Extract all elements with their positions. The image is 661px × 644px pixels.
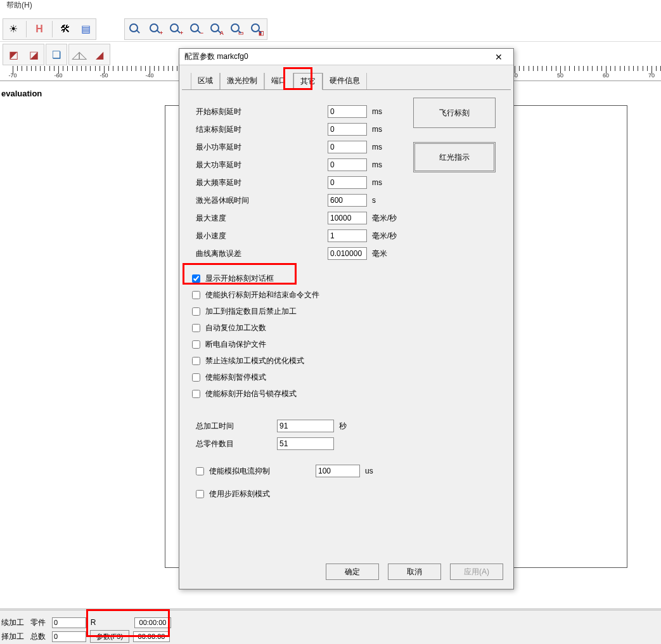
- param-input[interactable]: [328, 141, 367, 153]
- menu-bar: 帮助(H): [0, 0, 661, 13]
- bp-total-input[interactable]: [52, 631, 86, 642]
- sun-icon[interactable]: ☀: [4, 20, 22, 38]
- total-label: 总零件数目: [196, 439, 272, 449]
- param-input[interactable]: [328, 105, 367, 118]
- total-row-1: 总零件数目: [196, 435, 499, 453]
- bp-label-continue: 续加工: [1, 617, 27, 628]
- param-unit: ms: [372, 160, 410, 169]
- total-input[interactable]: [277, 437, 334, 450]
- total-input[interactable]: [277, 420, 334, 432]
- param-f3-button[interactable]: 参数(F3): [90, 630, 129, 643]
- cancel-button[interactable]: 取消: [388, 564, 441, 580]
- step-mode-checkbox[interactable]: [196, 490, 204, 498]
- param-unit: 毫米/秒: [372, 231, 410, 242]
- param-unit: ms: [372, 178, 410, 187]
- ruler-tick-label: -60: [54, 72, 62, 79]
- check-label: 使能标刻开始信号锁存模式: [205, 389, 297, 399]
- param-input[interactable]: [328, 212, 367, 224]
- check-5[interactable]: [192, 357, 200, 365]
- check-label: 断电自动保护文件: [205, 339, 266, 350]
- param-input[interactable]: [328, 176, 367, 189]
- red-light-button[interactable]: 红光指示: [413, 142, 496, 172]
- check-4[interactable]: [192, 340, 200, 349]
- fly-mark-button[interactable]: 飞行标刻: [413, 98, 496, 128]
- ruler-tick-label: 60: [603, 72, 609, 79]
- param-input[interactable]: [328, 194, 367, 207]
- h-icon[interactable]: H: [30, 20, 48, 38]
- param-label: 最小功率延时: [196, 142, 323, 153]
- bp-time1: [134, 617, 171, 628]
- param-row-5: 激光器休眠时间s: [196, 191, 499, 209]
- tab-1[interactable]: 激光控制: [220, 73, 264, 90]
- param-label: 最大频率延时: [196, 177, 323, 188]
- check-row-4: 断电自动保护文件: [192, 336, 499, 352]
- check-7[interactable]: [192, 390, 200, 398]
- bp-sub-total: 总数: [30, 631, 48, 642]
- bp-time2: [133, 631, 170, 642]
- close-icon[interactable]: ✕: [489, 51, 508, 63]
- tab-2[interactable]: 端口: [264, 73, 293, 90]
- layers-icon[interactable]: ❏: [48, 46, 65, 63]
- evaluation-label: evaluation: [1, 89, 42, 98]
- step-mode-label: 使用步距标刻模式: [209, 489, 270, 499]
- param-unit: ms: [372, 143, 410, 151]
- ruler-tick-label: 50: [557, 72, 563, 79]
- param-label: 最大速度: [196, 213, 323, 224]
- zoom-in-icon[interactable]: +: [146, 20, 164, 38]
- tab-3[interactable]: 其它: [293, 73, 323, 90]
- check-6[interactable]: [192, 373, 200, 382]
- check-label: 使能执行标刻开始和结束命令文件: [205, 290, 319, 300]
- param-input[interactable]: [328, 123, 367, 136]
- check-row-1: 使能执行标刻开始和结束命令文件: [192, 287, 499, 303]
- ok-button[interactable]: 确定: [326, 564, 379, 580]
- tab-0[interactable]: 区域: [191, 73, 220, 90]
- param-row-7: 最小速度毫米/秒: [196, 227, 499, 245]
- toolbar-group-mirror: ◿◺ ◢: [68, 44, 110, 65]
- check-1[interactable]: [192, 291, 200, 299]
- param-input[interactable]: [328, 158, 367, 171]
- dialog-tabstrip: 区域激光控制端口其它硬件信息: [179, 65, 513, 90]
- list-icon[interactable]: ▤: [77, 20, 94, 38]
- param-unit: 毫米: [372, 248, 410, 259]
- param-input[interactable]: [328, 247, 367, 260]
- select-none-icon[interactable]: ◪: [25, 46, 42, 63]
- check-3[interactable]: [192, 324, 200, 332]
- total-row-0: 总加工时间秒: [196, 417, 499, 435]
- ruler-tick-label: -70: [8, 72, 16, 79]
- mirror-h-icon[interactable]: ◿◺: [70, 46, 88, 63]
- sim-current-input[interactable]: [316, 465, 360, 477]
- bp-r-label: R: [90, 618, 96, 627]
- zoom-in2-icon[interactable]: +: [167, 20, 184, 38]
- check-0[interactable]: [192, 274, 200, 283]
- param-label: 曲线离散误差: [196, 248, 323, 259]
- tools-icon[interactable]: 🛠: [56, 20, 74, 38]
- select-all-icon[interactable]: ◩: [4, 46, 22, 63]
- ruler-tick-label: 70: [648, 72, 655, 79]
- zoom-out-icon[interactable]: −: [187, 20, 205, 38]
- check-row-2: 加工到指定数目后禁止加工: [192, 303, 499, 319]
- param-unit: ms: [372, 107, 410, 116]
- zoom-icon[interactable]: [126, 20, 144, 38]
- apply-button[interactable]: 应用(A): [450, 564, 503, 580]
- zoom-fit-icon[interactable]: ▭: [228, 20, 245, 38]
- check-row-3: 自动复位加工次数: [192, 319, 499, 336]
- zoom-sel-icon[interactable]: ◧: [248, 20, 266, 38]
- config-dialog: 配置参数 markcfg0 ✕ 区域激光控制端口其它硬件信息 飞行标刻 红光指示…: [179, 48, 514, 589]
- menu-help[interactable]: 帮助(H): [3, 0, 36, 11]
- bp-sub-part: 零件: [30, 617, 48, 628]
- param-input[interactable]: [328, 229, 367, 242]
- sim-current-checkbox[interactable]: [196, 467, 204, 475]
- check-2[interactable]: [192, 307, 200, 316]
- mirror-v-icon[interactable]: ◢: [91, 46, 108, 63]
- param-row-6: 最大速度毫米/秒: [196, 209, 499, 227]
- check-label: 使能标刻暂停模式: [205, 372, 266, 383]
- step-mode-row: 使用步距标刻模式: [196, 486, 499, 502]
- toolbar-row-1: ☀ H 🛠 ▤ + + − A ▭ ◧: [0, 16, 661, 42]
- ruler-tick-label: -40: [145, 72, 153, 79]
- dialog-title: 配置参数 markcfg0: [184, 51, 248, 62]
- check-row-6: 使能标刻暂停模式: [192, 369, 499, 385]
- tab-4[interactable]: 硬件信息: [323, 73, 367, 90]
- zoom-a-icon[interactable]: A: [207, 20, 225, 38]
- bp-part-input[interactable]: [52, 617, 86, 628]
- separator: [52, 21, 53, 37]
